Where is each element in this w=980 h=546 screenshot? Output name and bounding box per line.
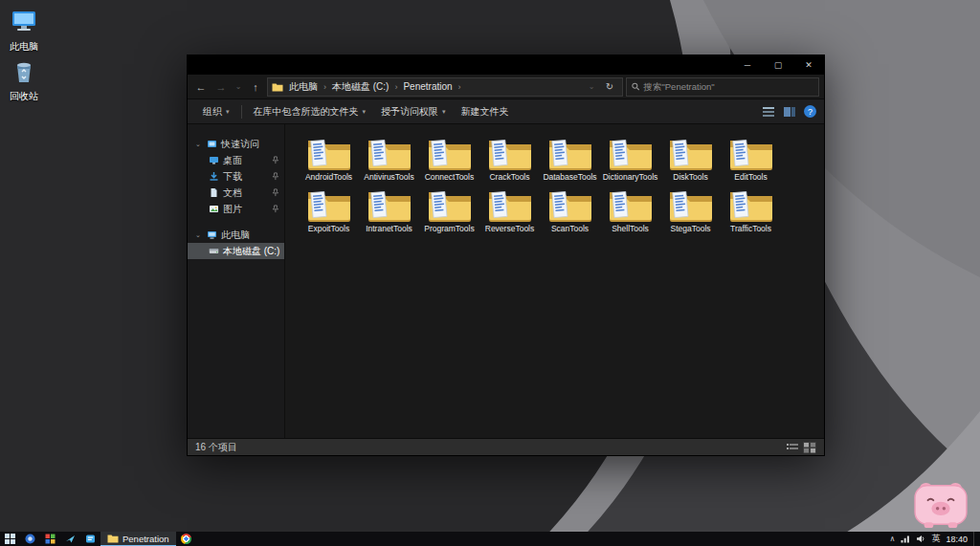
sidebar-drive-c[interactable]: 本地磁盘 (C:) (188, 243, 284, 259)
address-dropdown[interactable]: ⌄ (586, 78, 597, 96)
folder-item[interactable]: DiskTools (660, 134, 721, 182)
breadcrumb-drive[interactable]: 本地磁盘 (C:) (330, 80, 390, 94)
folder-item[interactable]: ExpoitTools (299, 186, 359, 233)
breadcrumb-this-pc[interactable]: 此电脑 (287, 80, 320, 94)
maximize-button[interactable]: ▢ (763, 55, 793, 75)
sidebar-quick-access[interactable]: ⌄ 快速访问 (188, 136, 284, 152)
breadcrumb-separator[interactable]: › (323, 82, 326, 92)
input-language-indicator[interactable]: 英 (931, 533, 940, 545)
folder-icon (669, 187, 713, 222)
folder-item[interactable]: ShellTools (600, 186, 660, 233)
network-icon[interactable] (901, 535, 910, 543)
clock[interactable]: 18:40 (946, 535, 968, 544)
folder-label: ReverseTools (479, 224, 540, 233)
folder-item[interactable]: CrackTools (479, 134, 540, 182)
sidebar-spacer (188, 217, 284, 227)
show-desktop-button[interactable] (973, 532, 976, 546)
folder-item[interactable]: EditTools (721, 134, 781, 182)
thumbnail-view-toggle-icon[interactable] (803, 442, 816, 453)
folder-item[interactable]: ScanTools (540, 186, 600, 233)
windows-logo-icon (5, 534, 15, 544)
folder-icon (488, 136, 532, 170)
folder-label: AntivirusTools (359, 172, 419, 182)
sidebar-this-pc[interactable]: ⌄ 此电脑 (188, 227, 284, 243)
breadcrumb-separator[interactable]: › (394, 82, 397, 92)
pinned-app-3[interactable] (60, 532, 80, 546)
documents-icon (209, 187, 219, 198)
folder-item[interactable]: ReverseTools (479, 186, 540, 233)
pinned-app-2[interactable] (40, 532, 60, 546)
chevron-down-icon[interactable]: ⌄ (195, 141, 203, 148)
caret-down-icon: ▾ (363, 108, 367, 116)
command-toolbar: 组织 ▾ 在库中包含所选的文件夹 ▾ 授予访问权限 ▾ 新建文件夹 ? (188, 99, 824, 124)
navigation-bar: ← → ⌄ ↑ 此电脑 › 本地磁盘 (C:) › Penetration › … (188, 75, 824, 99)
folder-item[interactable]: AndroidTools (299, 134, 359, 182)
help-button[interactable]: ? (804, 105, 816, 118)
this-pc-icon (10, 8, 38, 34)
folder-item[interactable]: ConnectTools (419, 134, 479, 182)
search-input[interactable] (643, 81, 813, 92)
new-folder-button[interactable]: 新建文件夹 (454, 99, 517, 123)
sidebar-item-desktop[interactable]: 桌面 (188, 152, 284, 168)
breadcrumb-current[interactable]: Penetration (401, 81, 454, 92)
folder-item[interactable]: ProgramTools (419, 186, 479, 233)
sidebar-item-label: 文档 (223, 186, 242, 200)
details-view-icon[interactable] (762, 106, 775, 118)
volume-icon[interactable] (916, 535, 925, 543)
folder-item[interactable]: DictionaryTools (600, 134, 660, 182)
sidebar-item-label: 图片 (223, 203, 242, 216)
titlebar[interactable]: ─ ▢ ✕ (188, 55, 824, 75)
up-button[interactable]: ↑ (247, 78, 264, 96)
desktop-icon (209, 155, 219, 165)
desktop-icon-recycle-bin[interactable]: 回收站 (2, 57, 46, 103)
folder-item[interactable]: AntivirusTools (359, 134, 419, 182)
folder-label: DictionaryTools (600, 172, 660, 182)
folder-item[interactable]: IntranetTools (359, 186, 419, 233)
taskbar-task-chrome[interactable] (176, 532, 196, 546)
status-view-toggles (786, 442, 816, 453)
caret-down-icon: ▾ (442, 108, 446, 116)
search-box[interactable] (626, 77, 819, 97)
address-bar[interactable]: 此电脑 › 本地磁盘 (C:) › Penetration › ⌄ ↻ (267, 77, 623, 97)
grant-access-label: 授予访问权限 (381, 105, 438, 119)
folder-icon (307, 187, 351, 222)
folder-item[interactable]: TrafficTools (721, 186, 781, 233)
folder-item[interactable]: DatabaseTools (540, 134, 600, 182)
list-view-toggle-icon[interactable] (786, 442, 799, 453)
sidebar-item-downloads[interactable]: 下载 (188, 168, 284, 185)
back-button[interactable]: ← (192, 78, 210, 96)
quick-access-icon (207, 139, 217, 149)
folder-label: StegaTools (660, 224, 721, 233)
sidebar-item-label: 桌面 (223, 154, 242, 167)
folder-label: ExpoitTools (299, 224, 359, 233)
folder-label: DatabaseTools (540, 172, 600, 182)
grant-access-menu[interactable]: 授予访问权限 ▾ (373, 99, 454, 123)
file-list-area[interactable]: AndroidTools AntivirusTools (285, 124, 824, 438)
tray-expand-chevron-icon[interactable]: ∧ (890, 535, 896, 543)
organize-menu[interactable]: 组织 ▾ (195, 99, 237, 123)
close-button[interactable]: ✕ (793, 55, 824, 75)
folder-label: ProgramTools (419, 224, 479, 233)
preview-pane-icon[interactable] (783, 106, 796, 118)
sidebar-item-pictures[interactable]: 图片 (188, 201, 284, 217)
folder-item[interactable]: StegaTools (660, 186, 721, 233)
folder-label: CrackTools (479, 172, 540, 182)
minimize-button[interactable]: ─ (732, 55, 763, 75)
taskbar-task-explorer[interactable]: Penetration (100, 532, 176, 546)
folder-label: ConnectTools (419, 172, 479, 182)
sidebar-item-documents[interactable]: 文档 (188, 185, 284, 201)
task-label: Penetration (122, 534, 169, 544)
pinned-app-4[interactable] (80, 532, 100, 546)
pin-icon (271, 156, 279, 164)
pin-icon (271, 205, 279, 213)
forward-button[interactable]: → (212, 78, 230, 96)
recent-locations-dropdown[interactable]: ⌄ (233, 78, 244, 96)
include-in-library-menu[interactable]: 在库中包含所选的文件夹 ▾ (246, 99, 374, 123)
desktop-icon-this-pc[interactable]: 此电脑 (2, 8, 46, 54)
start-button[interactable] (0, 532, 20, 546)
breadcrumb-separator[interactable]: › (458, 82, 461, 92)
chevron-down-icon[interactable]: ⌄ (195, 231, 203, 239)
pinned-app-1[interactable] (20, 532, 40, 546)
desktop-icon-label: 此电脑 (2, 40, 46, 54)
refresh-button[interactable]: ↻ (601, 78, 618, 96)
